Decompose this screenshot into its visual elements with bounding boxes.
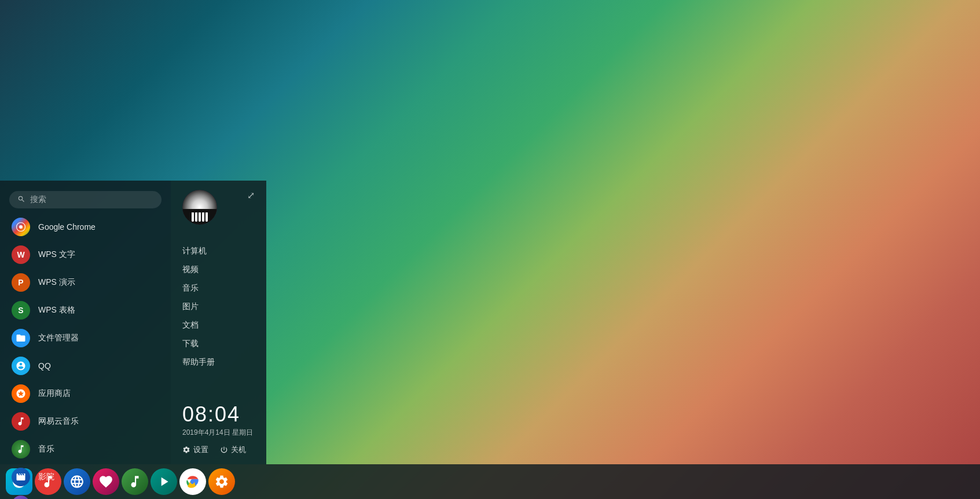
clock-date: 2019年4月14日 星期日 bbox=[182, 428, 255, 438]
music-icon bbox=[12, 440, 30, 458]
wps-ppt-icon: P bbox=[12, 273, 30, 292]
app-list: Google Chrome W WPS 文字 P WPS 演示 bbox=[0, 213, 171, 499]
wps-word-label: WPS 文字 bbox=[38, 250, 75, 260]
file-manager-icon bbox=[12, 329, 30, 347]
app-item-wps-word[interactable]: W WPS 文字 bbox=[0, 241, 171, 269]
wps-excel-label: WPS 表格 bbox=[38, 305, 75, 315]
chrome-icon bbox=[185, 474, 200, 489]
right-panel-header: ⤢ bbox=[182, 190, 255, 225]
app-item-netease[interactable]: 网易云音乐 bbox=[0, 408, 171, 435]
file-manager-label: 文件管理器 bbox=[38, 333, 79, 343]
netease-icon bbox=[12, 412, 30, 431]
quick-link-music[interactable]: 音乐 bbox=[182, 279, 255, 298]
power-label: 关机 bbox=[231, 445, 246, 455]
app-item-qq[interactable]: QQ bbox=[0, 352, 171, 380]
search-icon bbox=[17, 195, 25, 205]
power-icon bbox=[220, 446, 228, 454]
app-item-chrome[interactable]: Google Chrome bbox=[0, 213, 171, 241]
store-label: 应用商店 bbox=[38, 388, 71, 399]
quick-link-documents[interactable]: 文档 bbox=[182, 316, 255, 335]
wps-word-icon: W bbox=[12, 245, 30, 264]
store-icon bbox=[12, 384, 30, 403]
wps-excel-icon: S bbox=[12, 301, 30, 320]
quick-link-video[interactable]: 视频 bbox=[182, 260, 255, 279]
bottom-actions: 设置 关机 bbox=[182, 438, 255, 455]
netease-label: 网易云音乐 bbox=[38, 416, 79, 427]
wps-ppt-label: WPS 演示 bbox=[38, 277, 75, 288]
app-item-wps-excel[interactable]: S WPS 表格 bbox=[0, 296, 171, 324]
menu-container: 搜索 Google Chrome W WPS 文字 bbox=[0, 181, 266, 464]
app-item-music[interactable]: 音乐 bbox=[0, 435, 171, 463]
power-button[interactable]: 关机 bbox=[220, 445, 246, 455]
search-bar[interactable]: 搜索 bbox=[9, 191, 162, 208]
qq-icon bbox=[12, 357, 30, 375]
user-avatar[interactable] bbox=[182, 190, 217, 225]
clock-time: 08:04 bbox=[182, 402, 255, 427]
music-label: 音乐 bbox=[38, 444, 54, 454]
left-panel: 搜索 Google Chrome W WPS 文字 bbox=[0, 181, 171, 464]
settings-taskbar-icon[interactable] bbox=[208, 468, 235, 495]
search-placeholder: 搜索 bbox=[30, 195, 46, 205]
settings-icon bbox=[182, 446, 190, 454]
app-item-file-manager[interactable]: 文件管理器 bbox=[0, 324, 171, 352]
chrome-taskbar-icon[interactable] bbox=[179, 468, 206, 495]
app-item-store[interactable]: 应用商店 bbox=[0, 380, 171, 408]
quick-link-downloads[interactable]: 下载 bbox=[182, 335, 255, 353]
cinema-label: 影院 bbox=[38, 472, 54, 482]
start-menu: 搜索 Google Chrome W WPS 文字 bbox=[0, 181, 266, 464]
app-item-cinema[interactable]: 影院 bbox=[0, 463, 171, 491]
app-item-wps-ppt[interactable]: P WPS 演示 bbox=[0, 269, 171, 296]
screenshot-icon bbox=[12, 496, 30, 499]
qq-label: QQ bbox=[38, 361, 51, 370]
app-item-screenshot[interactable]: 截图 bbox=[0, 491, 171, 499]
chrome-icon bbox=[12, 218, 30, 236]
quick-link-pictures[interactable]: 图片 bbox=[182, 298, 255, 316]
quick-link-help[interactable]: 帮助手册 bbox=[182, 353, 255, 372]
gear-icon bbox=[214, 474, 229, 489]
settings-button[interactable]: 设置 bbox=[182, 445, 208, 455]
svg-point-0 bbox=[19, 225, 23, 229]
expand-icon[interactable]: ⤢ bbox=[247, 190, 255, 201]
right-panel: ⤢ 计算机 视频 音乐 图片 文档 下载 帮助手册 08:04 2019年4月1… bbox=[171, 181, 266, 464]
quick-link-computer[interactable]: 计算机 bbox=[182, 242, 255, 260]
cinema-icon bbox=[12, 468, 30, 486]
clock-section: 08:04 2019年4月14日 星期日 bbox=[182, 397, 255, 438]
settings-label: 设置 bbox=[193, 445, 208, 455]
quick-links: 计算机 视频 音乐 图片 文档 下载 帮助手册 bbox=[182, 242, 255, 397]
chrome-label: Google Chrome bbox=[38, 222, 96, 232]
